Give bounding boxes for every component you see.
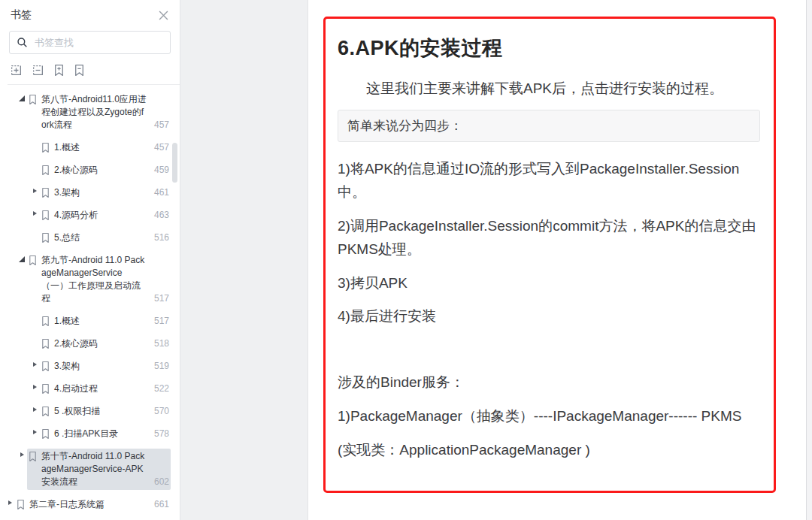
bookmark-icon xyxy=(16,499,26,510)
arrow-spacer xyxy=(29,230,40,234)
bookmark-label: 第二章-日志系统篇 xyxy=(29,498,148,511)
bookmark-tree-item[interactable]: 第二章-日志系统篇661 xyxy=(0,497,171,512)
bookmark-row-body: 第十节-Android 11.0 PackageManagerService-A… xyxy=(27,449,171,490)
bookmark-tree: 第八节-Android11.0应用进程创建过程以及Zygote的fork流程45… xyxy=(0,85,180,512)
collapsed-arrow-icon[interactable] xyxy=(5,497,15,505)
binder-item-paragraph: 1)PackageManager（抽象类）----IPackageManager… xyxy=(338,405,760,428)
bookmark-row-body: 1.概述517 xyxy=(40,313,171,329)
step-paragraph: 3)拷贝APK xyxy=(338,272,760,295)
sidebar-header: 书签 xyxy=(0,0,180,29)
binder-services-heading: 涉及的Binder服务： xyxy=(338,371,760,395)
bookmark-label: 4.源码分析 xyxy=(54,209,148,222)
bookmark-label: 第十节-Android 11.0 PackageManagerService-A… xyxy=(41,450,148,488)
bookmark-row-body: 第八节-Android11.0应用进程创建过程以及Zygote的fork流程45… xyxy=(27,92,171,133)
bookmark-label: 5.总结 xyxy=(54,231,148,244)
bookmark-row-body: 第二章-日志系统篇661 xyxy=(15,497,171,512)
bookmark-row-body: 3.架构519 xyxy=(40,358,171,374)
bookmark-tree-item[interactable]: 5.总结516 xyxy=(0,230,171,246)
bookmark-label: 第八节-Android11.0应用进程创建过程以及Zygote的fork流程 xyxy=(41,93,148,132)
sidebar-scrollbar-thumb[interactable] xyxy=(172,143,177,183)
bookmark-tree-item[interactable]: 2.核心源码518 xyxy=(0,336,171,352)
collapse-all-icon[interactable] xyxy=(32,64,44,77)
bookmark-tree-item[interactable]: 5 .权限扫描570 xyxy=(0,404,171,419)
document-page: 6.APK的安装过程 这里我们主要来讲解下载APK后，点击进行安装的过程。 简单… xyxy=(308,0,806,520)
bookmark-label: 2.核心源码 xyxy=(54,164,148,177)
arrow-spacer xyxy=(29,140,40,144)
remove-bookmark-icon[interactable] xyxy=(74,64,85,77)
bookmark-page-number: 570 xyxy=(148,405,169,418)
bookmark-tree-item[interactable]: 1.概述517 xyxy=(0,313,171,329)
bookmark-page-number: 459 xyxy=(148,164,169,177)
vertical-scrollbar-track[interactable] xyxy=(806,0,812,520)
bookmark-tree-item[interactable]: 4.源码分析463 xyxy=(0,207,171,223)
bookmark-label: 4.启动过程 xyxy=(54,382,148,395)
collapsed-arrow-icon[interactable] xyxy=(29,381,40,389)
red-annotation-box: 6.APK的安装过程 这里我们主要来讲解下载APK后，点击进行安装的过程。 简单… xyxy=(323,17,776,493)
bookmark-page-number: 457 xyxy=(148,141,169,154)
steps-list: 1)将APK的信息通过IO流的形式写入到PackageInstaller.Ses… xyxy=(338,158,760,328)
collapsed-arrow-icon[interactable] xyxy=(29,404,40,412)
bookmark-page-number: 661 xyxy=(148,498,169,511)
expand-all-icon[interactable] xyxy=(10,64,23,77)
bookmark-row-body: 5.总结516 xyxy=(40,230,171,246)
bookmark-icon xyxy=(28,94,38,105)
bookmark-search-input[interactable] xyxy=(35,37,167,48)
collapsed-arrow-icon[interactable] xyxy=(29,426,40,434)
bookmark-label: 1.概述 xyxy=(54,141,148,154)
bookmark-page-number: 516 xyxy=(148,231,169,244)
bookmark-label: 6 .扫描APK目录 xyxy=(54,428,148,440)
add-bookmark-icon[interactable] xyxy=(53,64,65,77)
bookmark-label: 3.架构 xyxy=(54,360,148,373)
bookmark-page-number: 518 xyxy=(148,337,169,350)
bookmark-page-number: 457 xyxy=(148,119,169,132)
bookmark-row-body: 2.核心源码459 xyxy=(40,162,171,178)
bookmark-label: 2.核心源码 xyxy=(54,337,148,350)
bookmark-tree-item[interactable]: 4.启动过程522 xyxy=(0,381,171,397)
bookmark-icon xyxy=(41,361,50,372)
document-canvas: 6.APK的安装过程 这里我们主要来讲解下载APK后，点击进行安装的过程。 简单… xyxy=(181,0,812,520)
bookmark-page-number: 517 xyxy=(148,292,169,305)
section-heading: 6.APK的安装过程 xyxy=(338,35,760,62)
bookmark-page-number: 461 xyxy=(148,186,169,199)
collapsed-arrow-icon[interactable] xyxy=(29,185,40,193)
bookmark-row-body: 第九节-Android 11.0 PackageManagerService（一… xyxy=(27,252,171,307)
bookmark-tree-item[interactable]: 3.架构461 xyxy=(0,185,171,201)
arrow-spacer xyxy=(29,313,40,317)
expanded-arrow-icon[interactable] xyxy=(17,252,27,262)
close-icon[interactable] xyxy=(159,11,168,20)
bookmark-label: 第九节-Android 11.0 PackageManagerService（一… xyxy=(41,254,148,305)
bookmark-row-body: 3.架构461 xyxy=(40,185,171,201)
bookmark-row-body: 2.核心源码518 xyxy=(40,336,171,352)
bookmark-tree-item[interactable]: 第八节-Android11.0应用进程创建过程以及Zygote的fork流程45… xyxy=(0,92,171,133)
note-box: 简单来说分为四步： xyxy=(338,110,760,142)
bookmark-icon xyxy=(41,142,50,153)
collapsed-arrow-icon[interactable] xyxy=(29,358,40,367)
bookmark-page-number: 602 xyxy=(148,476,169,488)
bookmark-tree-item[interactable]: 3.架构519 xyxy=(0,358,171,374)
bookmark-tree-item[interactable]: 1.概述457 xyxy=(0,140,171,156)
bookmark-page-number: 463 xyxy=(148,209,169,222)
bookmark-icon xyxy=(41,316,50,327)
bookmark-page-number: 578 xyxy=(148,428,169,440)
bookmark-page-number: 517 xyxy=(148,315,169,328)
sidebar-title: 书签 xyxy=(11,8,32,22)
bookmark-tree-item[interactable]: 第九节-Android 11.0 PackageManagerService（一… xyxy=(0,252,171,307)
binder-items-list: 1)PackageManager（抽象类）----IPackageManager… xyxy=(338,405,760,462)
bookmark-icon xyxy=(41,232,50,243)
bookmark-tree-item[interactable]: 2.核心源码459 xyxy=(0,162,171,178)
bookmark-row-body: 4.启动过程522 xyxy=(40,381,171,397)
step-paragraph: 4)最后进行安装 xyxy=(338,305,760,328)
bookmark-search-box xyxy=(9,31,171,54)
expanded-arrow-icon[interactable] xyxy=(17,92,27,101)
bookmark-icon xyxy=(41,406,50,417)
collapsed-arrow-icon[interactable] xyxy=(29,207,40,216)
step-paragraph: 2)调用PackageInstaller.Session的commit方法，将A… xyxy=(338,215,760,262)
bookmark-row-body: 1.概述457 xyxy=(40,140,171,156)
bookmark-label: 1.概述 xyxy=(54,315,148,328)
bookmark-tree-item[interactable]: 6 .扫描APK目录578 xyxy=(0,426,171,442)
bookmark-icon xyxy=(41,165,50,176)
collapsed-arrow-icon[interactable] xyxy=(17,449,27,457)
bookmark-icon xyxy=(41,187,50,198)
bookmark-icon xyxy=(41,210,50,221)
bookmark-tree-item[interactable]: 第十节-Android 11.0 PackageManagerService-A… xyxy=(0,449,171,490)
